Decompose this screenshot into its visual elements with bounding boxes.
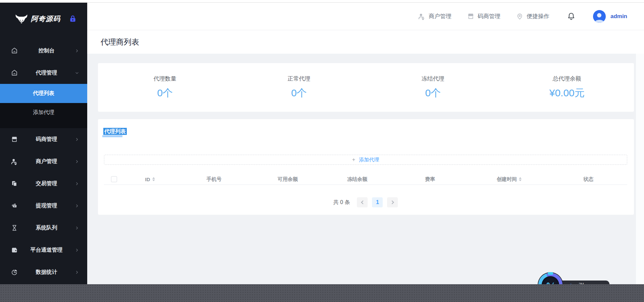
stat-value: ¥0.00元 [549, 86, 585, 100]
gauge-notch [548, 272, 553, 275]
plus-icon: + [352, 157, 355, 163]
column-header-rate: 费率 [391, 176, 469, 183]
agent-submenu: 代理列表 添加代理 [0, 84, 87, 128]
pagination: 共 0 条 1 [103, 197, 628, 207]
stats-card: 代理数量 0个 正常代理 0个 冻结代理 0个 总代理余额 ¥0.00元 [98, 63, 634, 112]
nav-label: 便捷操作 [527, 12, 549, 20]
stat-value: 0个 [157, 86, 173, 100]
sidebar-subitem-add-agent[interactable]: 添加代理 [0, 103, 87, 122]
chevron-right-icon [75, 49, 79, 53]
lock-icon[interactable] [68, 14, 77, 23]
sidebar-item-withdraw-management[interactable]: 提现管理 [0, 195, 87, 217]
stat-label: 代理数量 [154, 75, 176, 83]
pagination-total: 共 0 条 [333, 199, 350, 206]
notification-bell-icon[interactable] [567, 12, 576, 21]
shop-icon [467, 12, 475, 20]
sidebar-item-label: 数据统计 [18, 269, 75, 276]
column-label: 创建时间 [497, 176, 517, 183]
nav-label: 码商管理 [478, 12, 500, 20]
nav-merchant-management[interactable]: 商户管理 [418, 12, 451, 20]
sort-caret-icon[interactable] [519, 177, 522, 181]
pagination-next-button[interactable] [387, 197, 398, 207]
column-header-id[interactable]: ID [124, 177, 176, 182]
username: admin [610, 13, 627, 20]
section-title: 代理列表 [103, 128, 127, 135]
sidebar-menu: 控制台 代理管理 代理列表 添加代理 码商管理 [0, 35, 87, 283]
sidebar-item-merchant-management[interactable]: 商户管理 [0, 150, 87, 172]
home-icon [11, 47, 18, 54]
table-header-row: ID 手机号 可用余额 冻结余额 费率 创建时间 状态 [104, 174, 627, 185]
scrollbar[interactable] [636, 54, 644, 284]
chevron-down-icon [75, 71, 79, 75]
sidebar-item-data-statistics[interactable]: 数据统计 [0, 261, 87, 283]
chevron-right-icon [75, 182, 79, 186]
logo: 阿奇源码 [0, 3, 87, 35]
nav-codeshop-management[interactable]: 码商管理 [467, 12, 500, 20]
avatar [593, 10, 606, 23]
pie-chart-icon [11, 268, 18, 276]
sidebar-item-agent-management[interactable]: 代理管理 [0, 62, 87, 84]
sidebar-item-transaction-management[interactable]: 交易管理 [0, 172, 87, 195]
sidebar-item-system-queue[interactable]: 系统队列 [0, 217, 87, 239]
sidebar-item-platform-channel[interactable]: 平台通道管理 [0, 239, 87, 261]
top-header: 商户管理 码商管理 便捷操作 admin [87, 3, 644, 30]
sidebar-item-label: 交易管理 [18, 180, 75, 187]
wallet-icon [11, 246, 18, 254]
stat-total-balance: 总代理余额 ¥0.00元 [500, 75, 634, 100]
stat-label: 冻结代理 [422, 75, 444, 83]
column-header-phone: 手机号 [176, 176, 252, 183]
user-gear-icon [418, 12, 426, 20]
banknotes-icon [11, 202, 18, 209]
page-title-band: 代理商列表 [87, 30, 644, 54]
chevron-right-icon [75, 137, 79, 142]
main-area: 商户管理 码商管理 便捷操作 admin [87, 3, 644, 284]
sidebar-item-label: 系统队列 [18, 224, 75, 232]
column-header-frozen-balance: 冻结余额 [323, 176, 391, 183]
column-header-status: 状态 [550, 176, 627, 183]
stat-frozen-agents: 冻结代理 0个 [366, 75, 500, 100]
sidebar-item-label: 控制台 [18, 47, 75, 54]
page-title: 代理商列表 [101, 37, 139, 47]
nav-label: 商户管理 [429, 12, 451, 20]
chevron-right-icon [75, 204, 79, 208]
chevron-right-icon [75, 159, 79, 164]
hourglass-icon [11, 224, 18, 232]
section-title-text: 代理列表 [103, 128, 127, 135]
column-label: ID [145, 177, 150, 182]
sidebar-item-label: 商户管理 [18, 158, 75, 165]
sidebar: 阿奇源码 控制台 [0, 3, 87, 284]
stat-label: 总代理余额 [553, 75, 581, 83]
sidebar-item-label: 码商管理 [18, 136, 75, 143]
user-menu[interactable]: admin [593, 10, 627, 23]
shop-icon [11, 136, 18, 143]
pagination-page-1-button[interactable]: 1 [372, 197, 383, 207]
sidebar-item-dashboard[interactable]: 控制台 [0, 40, 87, 62]
upload-speed: 2M [579, 282, 584, 284]
sidebar-subitem-agent-list[interactable]: 代理列表 [0, 84, 87, 103]
speed-gauge-widget[interactable]: ↑ 2M 0/ [538, 273, 612, 284]
agent-list-card: 代理列表 + 添加代理 ID 手机号 可用余额 冻结余额 [98, 119, 634, 215]
column-header-available-balance: 可用余额 [252, 176, 323, 183]
select-all-checkbox[interactable] [111, 176, 117, 182]
upload-arrow-icon: ↑ [570, 282, 572, 285]
stat-normal-agents: 正常代理 0个 [232, 75, 366, 100]
stat-value: 0个 [291, 86, 307, 100]
sidebar-item-codeshop-management[interactable]: 码商管理 [0, 128, 87, 150]
chevron-left-icon [361, 200, 365, 204]
pagination-prev-button[interactable] [357, 197, 368, 207]
stat-label: 正常代理 [287, 75, 310, 83]
bull-logo-icon [15, 14, 28, 24]
location-pin-icon [516, 12, 524, 20]
column-header-created-time[interactable]: 创建时间 [469, 176, 550, 183]
user-gear-icon [11, 158, 18, 165]
sidebar-item-label: 提现管理 [18, 202, 75, 209]
chevron-right-icon [75, 270, 79, 274]
window-top-strip [0, 0, 644, 3]
gauge-value: 0/ [542, 276, 559, 284]
add-agent-button[interactable]: + 添加代理 [104, 155, 627, 165]
gauge-dial: 0/ [538, 273, 562, 284]
chevron-right-icon [75, 248, 79, 252]
nav-quick-actions[interactable]: 便捷操作 [516, 12, 549, 20]
sidebar-item-label: 代理管理 [18, 69, 75, 77]
sort-caret-icon[interactable] [152, 177, 155, 181]
